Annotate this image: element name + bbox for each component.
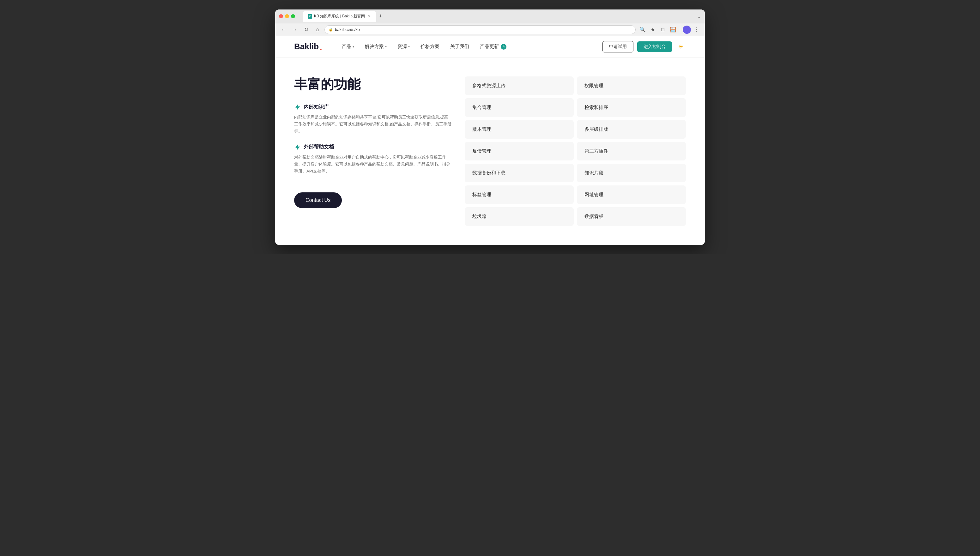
left-column: 丰富的功能 内部知识库 内部知识库是企业内部的知识存储和共享平台,它可以帮助员工… [294, 76, 452, 208]
contact-us-button[interactable]: Contact Us [294, 192, 342, 208]
chevron-down-icon: ▾ [353, 45, 354, 48]
traffic-lights [279, 14, 295, 18]
toolbar-actions: 🔍 ★ □ 🪟 ⋮ [638, 25, 701, 34]
active-tab[interactable]: K KB 知识库系统 | Baklib 新官网 × [303, 11, 376, 22]
updates-badge: ✎ [501, 44, 507, 50]
chevron-down-icon: ▾ [385, 45, 387, 48]
browser-titlebar: K KB 知识库系统 | Baklib 新官网 × + ⌄ [275, 10, 705, 23]
grid-item-7: 第三方插件 [577, 142, 686, 160]
trial-button[interactable]: 申请试用 [602, 41, 633, 52]
url-text: baklib.cn/s/kb [335, 27, 360, 32]
category-title-internal: 内部知识库 [304, 104, 329, 111]
chevron-down-icon: ▾ [408, 45, 410, 48]
grid-item-2: 集合管理 [465, 98, 574, 117]
tab-favicon: K [308, 14, 312, 19]
browser-toolbar: ← → ↻ ⌂ 🔒 baklib.cn/s/kb 🔍 ★ □ 🪟 ⋮ [275, 23, 705, 36]
grid-item-1: 权限管理 [577, 76, 686, 95]
theme-toggle-button[interactable]: ☀ [676, 42, 686, 52]
category-desc-internal: 内部知识库是企业内部的知识存储和共享平台,它可以帮助员工快速获取所需信息,提高工… [294, 114, 452, 134]
address-bar[interactable]: 🔒 baklib.cn/s/kb [325, 25, 636, 34]
page-content: Baklib . 产品 ▾ 解决方案 ▾ 资源 ▾ 价格方案 [275, 36, 705, 245]
home-button[interactable]: ⌂ [313, 25, 322, 34]
feature-category-header-external: 外部帮助文档 [294, 144, 452, 151]
features-grid: 多格式资源上传 权限管理 集合管理 检索和排序 版本管理 多层级排版 反馈管理 … [465, 76, 686, 226]
grid-item-0: 多格式资源上传 [465, 76, 574, 95]
grid-item-3: 检索和排序 [577, 98, 686, 117]
close-traffic-light[interactable] [279, 14, 283, 18]
divider [680, 26, 680, 33]
reload-button[interactable]: ↻ [302, 25, 310, 34]
nav-label-about: 关于我们 [450, 44, 469, 50]
nav-item-resources[interactable]: 资源 ▾ [393, 41, 414, 52]
lightning-icon-2 [294, 144, 301, 151]
site-logo[interactable]: Baklib . [294, 42, 322, 52]
grid-item-12: 垃圾箱 [465, 207, 574, 226]
grid-item-10: 标签管理 [465, 186, 574, 204]
browser-window: K KB 知识库系统 | Baklib 新官网 × + ⌄ ← → ↻ ⌂ 🔒 … [275, 10, 705, 245]
nav-actions: 申请试用 进入控制台 ☀ [602, 41, 686, 52]
nav-label-updates: 产品更新 [480, 44, 499, 50]
dashboard-button[interactable]: 进入控制台 [637, 41, 672, 52]
feature-category-internal: 内部知识库 内部知识库是企业内部的知识存储和共享平台,它可以帮助员工快速获取所需… [294, 103, 452, 134]
profile-avatar[interactable] [683, 26, 691, 34]
bookmark-button[interactable]: ★ [648, 25, 657, 34]
screenshot-button[interactable]: □ [659, 25, 667, 34]
nav-label-product: 产品 [342, 44, 351, 50]
tab-title: KB 知识库系统 | Baklib 新官网 [314, 14, 365, 19]
category-title-external: 外部帮助文档 [304, 144, 334, 150]
maximize-traffic-light[interactable] [291, 14, 295, 18]
nav-label-pricing: 价格方案 [420, 44, 439, 50]
search-button[interactable]: 🔍 [638, 25, 647, 34]
nav-links: 产品 ▾ 解决方案 ▾ 资源 ▾ 价格方案 关于我们 产品更 [337, 41, 602, 52]
nav-item-pricing[interactable]: 价格方案 [416, 41, 444, 52]
main-section: 丰富的功能 内部知识库 内部知识库是企业内部的知识存储和共享平台,它可以帮助员工… [275, 58, 705, 245]
nav-item-updates[interactable]: 产品更新 ✎ [475, 41, 511, 52]
site-nav: Baklib . 产品 ▾ 解决方案 ▾ 资源 ▾ 价格方案 [275, 36, 705, 58]
window-controls[interactable]: ⌄ [697, 13, 701, 19]
nav-item-solutions[interactable]: 解决方案 ▾ [360, 41, 391, 52]
feature-category-external: 外部帮助文档 对外帮助文档随时帮助企业对用户自助式的帮助中心，它可以帮助企业减少… [294, 144, 452, 175]
grid-item-5: 多层级排版 [577, 120, 686, 139]
more-button[interactable]: ⋮ [692, 25, 701, 34]
grid-item-11: 网址管理 [577, 186, 686, 204]
new-tab-button[interactable]: + [376, 12, 385, 21]
nav-label-solutions: 解决方案 [365, 44, 384, 50]
category-desc-external: 对外帮助文档随时帮助企业对用户自助式的帮助中心，它可以帮助企业减少客服工作量、提… [294, 154, 452, 175]
grid-item-13: 数据看板 [577, 207, 686, 226]
lightning-icon [294, 103, 301, 111]
lock-icon: 🔒 [329, 27, 333, 32]
back-button[interactable]: ← [279, 25, 288, 34]
tab-close-button[interactable]: × [367, 14, 371, 19]
minimize-traffic-light[interactable] [285, 14, 289, 18]
logo-dot: . [320, 42, 322, 52]
logo-text: Baklib [294, 42, 319, 52]
grid-item-9: 知识片段 [577, 164, 686, 182]
extension-button[interactable]: 🪟 [668, 25, 677, 34]
grid-item-8: 数据备份和下载 [465, 164, 574, 182]
browser-tabs: K KB 知识库系统 | Baklib 新官网 × + [303, 11, 385, 22]
nav-item-about[interactable]: 关于我们 [446, 41, 473, 52]
grid-item-6: 反馈管理 [465, 142, 574, 160]
nav-label-resources: 资源 [397, 44, 407, 50]
grid-item-4: 版本管理 [465, 120, 574, 139]
nav-item-product[interactable]: 产品 ▾ [337, 41, 358, 52]
forward-button[interactable]: → [291, 25, 299, 34]
feature-category-header-internal: 内部知识库 [294, 103, 452, 111]
section-title: 丰富的功能 [294, 76, 452, 92]
